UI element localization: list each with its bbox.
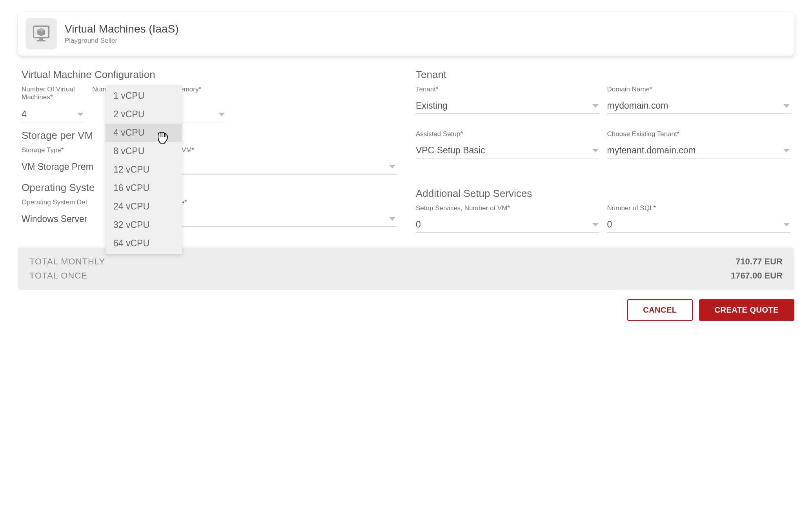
value-assisted-setup: VPC Setup Basic (416, 145, 485, 156)
select-setup-vms[interactable]: 0 (416, 217, 599, 233)
chevron-down-icon (592, 104, 599, 107)
select-num-sql[interactable]: 0 (607, 217, 791, 233)
value-storage-type: VM Storage Prem (22, 162, 93, 172)
svg-rect-2 (37, 40, 46, 41)
field-storage-type: Storage Type* VM Storage Prem (22, 146, 105, 175)
field-domain: Domain Name* mydomain.com (607, 86, 791, 114)
value-existing-tenant: mytenant.domain.com (607, 145, 696, 156)
chevron-down-icon (218, 113, 225, 116)
actions-row: CANCEL CREATE QUOTE (18, 299, 794, 321)
select-storage-capacity[interactable] (170, 159, 396, 175)
totals-once-value: 1767.00 EUR (731, 271, 783, 281)
create-quote-button[interactable]: CREATE QUOTE (699, 299, 794, 321)
chevron-down-icon (389, 165, 395, 168)
totals-once-label: TOTAL ONCE (29, 271, 87, 281)
chevron-down-icon (389, 217, 395, 220)
quote-configurator: Virtual Machines (IaaS) Playground Selle… (6, 6, 806, 333)
label-memory: Memory* (175, 86, 226, 105)
dropdown-option[interactable]: 1 vCPU (106, 87, 182, 105)
label-license: cense* (167, 198, 396, 209)
row-vmconfig: Number Of Virtual Machines* 4 Number Of … (22, 86, 396, 122)
select-domain[interactable]: mydomain.com (607, 98, 791, 114)
label-assisted-setup: Assisted Setup* (416, 130, 599, 141)
dropdown-option[interactable]: 64 vCPU (106, 234, 182, 253)
field-memory: Memory* 4 (175, 86, 226, 122)
chevron-down-icon (592, 149, 599, 152)
chevron-down-icon (783, 223, 790, 226)
label-storage-type: Storage Type* (22, 146, 105, 157)
dropdown-option-highlighted[interactable]: 4 vCPU (106, 124, 182, 142)
dropdown-option[interactable]: 16 vCPU (106, 179, 182, 197)
dropdown-vcpus[interactable]: 1 vCPU 2 vCPU 4 vCPU 8 vCPU 12 vCPU 16 v… (106, 85, 182, 254)
label-os-details: Operating System Det (22, 198, 104, 209)
section-vmconfig-title: Virtual Machine Configuration (22, 69, 396, 81)
product-title: Virtual Machines (IaaS) (65, 23, 179, 35)
select-license[interactable] (167, 211, 396, 227)
select-tenant[interactable]: Existing (416, 98, 599, 114)
left-column: Virtual Machine Configuration Number Of … (22, 66, 396, 240)
cancel-button[interactable]: CANCEL (627, 299, 692, 321)
label-tenant: Tenant* (416, 86, 599, 96)
row-additional: Setup Services, Number of VM* 0 Number o… (416, 204, 790, 233)
value-domain: mydomain.com (607, 100, 668, 111)
dropdown-option[interactable]: 32 vCPU (106, 216, 182, 234)
label-num-vms: Number Of Virtual Machines* (22, 86, 84, 105)
field-num-vms: Number Of Virtual Machines* 4 (22, 86, 84, 122)
chevron-down-icon (592, 223, 599, 226)
select-num-vms[interactable]: 4 (22, 107, 84, 122)
row-storage: Storage Type* VM Storage Prem per VM* (22, 146, 396, 175)
dropdown-option[interactable]: 24 vCPU (106, 197, 182, 216)
chevron-down-icon (77, 113, 84, 116)
form-area: Virtual Machine Configuration Number Of … (18, 66, 794, 240)
label-domain: Domain Name* (607, 86, 791, 96)
dropdown-option[interactable]: 12 vCPU (106, 160, 182, 179)
field-os-details: Operating System Det Windows Server (22, 198, 104, 227)
label-storage-capacity: per VM* (170, 146, 396, 157)
svg-rect-1 (39, 38, 43, 40)
section-additional-title: Additional Setup Services (416, 187, 790, 200)
value-num-sql: 0 (607, 219, 612, 230)
totals-once-row: TOTAL ONCE 1767.00 EUR (29, 269, 783, 283)
vm-icon (25, 18, 57, 49)
chevron-down-icon (783, 104, 790, 107)
field-num-sql: Number of SQL* 0 (607, 204, 791, 233)
label-existing-tenant: Choose Existing Tenant* (607, 130, 791, 141)
section-storage-title: Storage per VM (22, 129, 396, 142)
right-column: Tenant Tenant* Existing Domain Name* myd… (416, 66, 790, 240)
totals-monthly-row: TOTAL MONTHLY 710.77 EUR (29, 255, 783, 269)
field-assisted-setup: Assisted Setup* VPC Setup Basic (416, 130, 599, 158)
select-existing-tenant[interactable]: mytenant.domain.com (607, 143, 791, 158)
select-assisted-setup[interactable]: VPC Setup Basic (416, 143, 599, 158)
field-tenant: Tenant* Existing (416, 86, 599, 114)
field-setup-vms: Setup Services, Number of VM* 0 (416, 204, 599, 233)
section-tenant-title: Tenant (416, 69, 790, 81)
totals-monthly-label: TOTAL MONTHLY (29, 257, 105, 267)
product-header-card: Virtual Machines (IaaS) Playground Selle… (18, 12, 794, 56)
product-header-text: Virtual Machines (IaaS) Playground Selle… (65, 23, 179, 45)
section-os-title: Operating Syste (22, 182, 396, 194)
dropdown-option[interactable]: 8 vCPU (106, 142, 182, 160)
value-os-details: Windows Server (22, 214, 87, 224)
chevron-down-icon (783, 149, 790, 152)
value-num-vms: 4 (22, 109, 27, 120)
value-setup-vms: 0 (416, 219, 421, 230)
row-tenant-2: Assisted Setup* VPC Setup Basic Choose E… (416, 130, 790, 158)
select-storage-type[interactable]: VM Storage Prem (22, 159, 105, 175)
totals-monthly-value: 710.77 EUR (736, 257, 783, 267)
row-tenant-1: Tenant* Existing Domain Name* mydomain.c… (416, 86, 790, 114)
select-os-details[interactable]: Windows Server (22, 211, 104, 227)
value-tenant: Existing (416, 100, 448, 111)
product-subtitle: Playground Seller (65, 37, 179, 45)
label-setup-vms: Setup Services, Number of VM* (416, 204, 599, 215)
select-memory[interactable]: 4 (175, 107, 226, 122)
label-num-sql: Number of SQL* (607, 204, 791, 215)
row-os: Operating System Det Windows Server cens… (22, 198, 396, 227)
field-existing-tenant: Choose Existing Tenant* mytenant.domain.… (607, 130, 791, 158)
dropdown-option[interactable]: 2 vCPU (106, 105, 182, 124)
